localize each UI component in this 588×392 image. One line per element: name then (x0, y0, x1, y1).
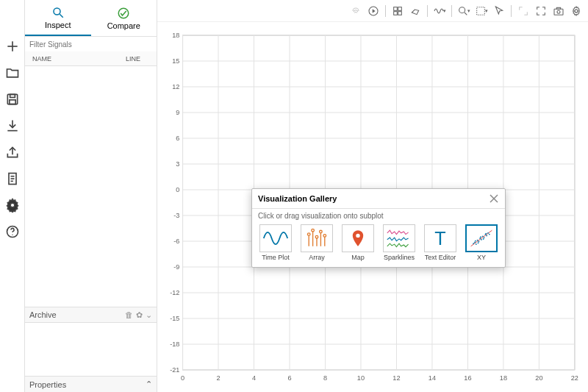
chevron-down-icon[interactable]: ⌄ (146, 310, 152, 320)
svg-point-112 (487, 232, 489, 234)
tab-compare[interactable]: Compare (91, 0, 157, 36)
svg-point-116 (480, 236, 481, 238)
signal-icon[interactable]: ▾ (432, 4, 447, 18)
help-icon[interactable] (4, 224, 21, 240)
gallery-item-sparklines[interactable]: Sparklines (380, 224, 418, 261)
clear-icon[interactable] (408, 4, 423, 18)
svg-rect-3 (10, 94, 15, 97)
gallery-item-label: Sparklines (384, 254, 415, 261)
svg-text:20: 20 (535, 374, 542, 382)
xy-icon (465, 224, 498, 252)
gallery-item-array[interactable]: Array (298, 224, 336, 261)
svg-point-91 (312, 229, 315, 232)
chevron-up-icon[interactable]: ⌃ (146, 379, 152, 389)
layout-grid-icon[interactable] (390, 4, 405, 18)
svg-point-107 (481, 239, 482, 240)
svg-point-32 (575, 10, 578, 13)
snapshot-icon[interactable] (551, 4, 566, 18)
svg-text:8: 8 (323, 374, 327, 382)
add-icon[interactable] (4, 38, 21, 54)
save-icon[interactable] (4, 91, 21, 107)
fullscreen-icon[interactable] (534, 4, 548, 18)
close-icon[interactable] (489, 193, 499, 204)
tab-compare-label: Compare (107, 21, 140, 30)
col-line-header: LINE (126, 55, 157, 63)
archive-body (25, 323, 157, 376)
fit-icon[interactable]: ▾ (474, 4, 489, 18)
svg-text:15: 15 (172, 57, 179, 65)
svg-text:-9: -9 (173, 263, 179, 271)
gallery-title: Visualization Gallery (258, 194, 489, 203)
gallery-item-label: Array (309, 254, 325, 261)
archive-gear-icon[interactable]: ✿ (136, 310, 143, 320)
trash-icon[interactable]: 🗑 (125, 310, 133, 319)
run-icon[interactable] (366, 4, 381, 18)
svg-text:10: 10 (357, 374, 365, 382)
svg-point-98 (356, 234, 359, 238)
expand-icon[interactable] (516, 4, 531, 18)
svg-point-15 (12, 235, 12, 235)
preferences-icon[interactable] (569, 4, 584, 18)
svg-text:4: 4 (252, 374, 256, 382)
plot-toolbar: ▾ ▾ ▾ (157, 0, 588, 22)
svg-point-97 (323, 235, 326, 238)
svg-point-95 (320, 230, 323, 233)
table-header: NAME LINE (25, 51, 157, 66)
gallery-item-time-plot[interactable]: Time Plot (257, 224, 295, 261)
svg-text:0: 0 (181, 374, 184, 382)
svg-text:0: 0 (176, 186, 179, 193)
gallery-item-map[interactable]: Map (339, 224, 377, 261)
svg-point-115 (478, 242, 479, 243)
svg-text:22: 22 (571, 374, 578, 382)
svg-text:-18: -18 (170, 341, 179, 348)
sparklines-icon (383, 224, 415, 252)
tab-inspect[interactable]: Inspect (25, 0, 91, 36)
gallery-item-text-editor[interactable]: T Text Editor (421, 224, 459, 261)
svg-text:-21: -21 (170, 366, 179, 374)
gallery-item-label: Map (351, 254, 365, 261)
svg-point-108 (482, 235, 484, 237)
svg-point-106 (479, 238, 481, 239)
svg-rect-30 (556, 7, 560, 9)
import-icon[interactable] (4, 118, 21, 134)
gallery-item-label: Text Editor (425, 254, 456, 261)
svg-rect-4 (9, 100, 15, 104)
export-icon[interactable] (4, 144, 21, 160)
svg-text:-3: -3 (173, 212, 179, 219)
svg-text:6: 6 (176, 135, 179, 142)
zoom-icon[interactable]: ▾ (456, 4, 471, 18)
svg-point-103 (476, 243, 477, 245)
settings-icon[interactable] (4, 197, 21, 213)
plot-area: ▾ ▾ ▾ 0246810121416182022-21-18-15-12-9-… (157, 0, 588, 392)
svg-text:12: 12 (172, 83, 179, 90)
folder-icon[interactable] (4, 65, 21, 81)
signal-table-body (25, 66, 157, 307)
svg-point-25 (459, 7, 465, 13)
svg-text:9: 9 (176, 109, 179, 116)
svg-point-29 (557, 10, 560, 13)
svg-marker-20 (373, 9, 376, 13)
filter-input[interactable] (25, 38, 157, 51)
time-plot-icon (259, 224, 292, 252)
svg-point-89 (307, 233, 310, 236)
svg-point-117 (483, 238, 484, 240)
left-toolbar (0, 0, 25, 392)
svg-line-17 (60, 14, 63, 18)
report-icon[interactable] (4, 171, 21, 187)
properties-label: Properties (29, 380, 146, 389)
svg-point-105 (478, 241, 480, 243)
visualization-gallery: Visualization Gallery Click or drag visu… (251, 188, 506, 268)
gallery-item-label: XY (477, 254, 486, 261)
fingerprint-icon[interactable] (348, 4, 363, 18)
cursor-icon[interactable] (492, 4, 506, 18)
col-name-header: NAME (25, 55, 126, 63)
svg-text:-12: -12 (170, 289, 179, 296)
svg-line-26 (465, 13, 467, 15)
gallery-item-xy[interactable]: XY (462, 224, 501, 261)
svg-text:-15: -15 (170, 315, 179, 322)
properties-header[interactable]: Properties ⌃ (25, 376, 157, 392)
svg-text:16: 16 (464, 374, 471, 382)
archive-header[interactable]: Archive 🗑 ✿ ⌄ (25, 307, 157, 323)
svg-text:14: 14 (429, 374, 436, 382)
svg-point-104 (477, 240, 478, 241)
